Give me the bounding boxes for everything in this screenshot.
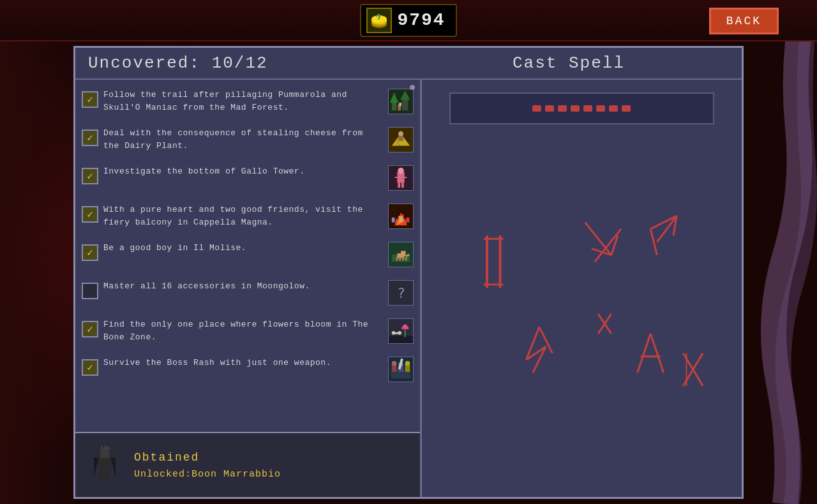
quest-text-8: Survive the Boss Rash with just one weap…	[103, 357, 383, 369]
spell-dot-8	[622, 105, 631, 112]
quest-thumb-6: ?	[388, 280, 414, 306]
quest-checkbox-3[interactable]: ✓	[82, 168, 98, 184]
svg-rect-24	[404, 177, 407, 178]
svg-point-17	[399, 144, 401, 145]
svg-text:?: ?	[397, 286, 405, 301]
svg-rect-30	[406, 218, 409, 223]
svg-rect-23	[394, 177, 398, 178]
quest-thumb-4	[388, 204, 414, 229]
character-sprite	[87, 441, 123, 489]
obtained-panel: Obtained Unlocked:Boon Marrabbio	[75, 432, 420, 497]
svg-rect-34	[401, 251, 406, 256]
quest-item: ✓ Be a good boy in Il Molise.	[75, 238, 420, 276]
spell-bar[interactable]	[449, 93, 714, 124]
quest-text-2: Deal with the consequence of stealing ch…	[103, 127, 383, 152]
rune-symbol-1	[484, 235, 504, 288]
spell-dot-2	[545, 105, 554, 112]
svg-marker-68	[108, 445, 110, 449]
quest-checkbox-4[interactable]: ✓	[82, 206, 98, 223]
svg-point-45	[392, 331, 396, 335]
svg-rect-43	[389, 336, 413, 343]
svg-rect-29	[399, 216, 403, 223]
svg-marker-66	[101, 445, 104, 449]
header: 9794 BACK	[0, 0, 817, 41]
quest-checkbox-5[interactable]: ✓	[82, 244, 98, 261]
quest-checkbox-1[interactable]: ✓	[82, 91, 98, 108]
svg-point-22	[398, 168, 404, 174]
rune-area	[435, 137, 729, 484]
svg-rect-28	[392, 218, 395, 223]
quest-checkbox-2[interactable]: ✓	[82, 130, 98, 146]
quest-text-5: Be a good boy in Il Molise.	[103, 242, 383, 255]
rune-symbol-4	[598, 314, 611, 334]
svg-point-15	[396, 141, 399, 144]
quest-panel: ✓ Follow the trail after pillaging Pumma…	[75, 80, 422, 497]
svg-point-46	[398, 331, 401, 335]
quest-thumb-1	[388, 89, 414, 114]
svg-point-50	[406, 327, 408, 329]
quest-item: ✓ Follow the trail after pillaging Pumma…	[75, 85, 420, 123]
rune-symbols-svg	[435, 137, 729, 484]
svg-marker-67	[105, 444, 107, 449]
coin-display: 9794	[360, 4, 456, 37]
scroll-indicator	[410, 85, 415, 90]
rune-symbol-5	[526, 327, 552, 373]
svg-marker-62	[94, 457, 99, 477]
svg-point-19	[398, 131, 403, 137]
quest-checkbox-8[interactable]: ✓	[82, 359, 98, 376]
spell-dot-7	[609, 105, 618, 112]
quest-item: Master all 16 accessories in Moongolow. …	[75, 276, 420, 315]
svg-rect-7	[392, 101, 397, 110]
spell-dot-1	[532, 105, 541, 112]
obtained-character	[86, 440, 124, 491]
quest-item: ✓ Survive the Boss Rash with just one we…	[75, 353, 420, 391]
panel-body: ✓ Follow the trail after pillaging Pumma…	[75, 80, 742, 497]
bg-decor-left	[0, 0, 77, 504]
quest-thumb-7	[388, 318, 414, 344]
quest-list: ✓ Follow the trail after pillaging Pumma…	[75, 80, 420, 432]
svg-point-58	[405, 361, 410, 366]
svg-rect-60	[99, 457, 110, 471]
svg-marker-63	[110, 457, 116, 477]
panel-header: Uncovered: 10/12 Cast Spell	[75, 48, 742, 80]
quest-item: ✓ Find the only one place where flowers …	[75, 315, 420, 353]
svg-rect-37	[402, 257, 404, 261]
quest-checkbox-6[interactable]	[82, 283, 98, 299]
quest-item: ✓ Investigate the bottom of Gallo Tower.	[75, 161, 420, 200]
cast-spell-title: Cast Spell	[408, 54, 729, 73]
quest-text-3: Investigate the bottom of Gallo Tower.	[103, 165, 383, 178]
rune-symbol-2	[585, 223, 621, 262]
coin-icon	[366, 8, 392, 33]
rune-symbol-3	[650, 216, 677, 255]
svg-rect-36	[399, 257, 401, 261]
svg-rect-25	[398, 183, 400, 188]
quest-thumb-3	[388, 165, 414, 191]
spell-dot-5	[583, 105, 592, 112]
quest-text-7: Find the only one place where flowers bl…	[103, 318, 383, 343]
main-panel: Uncovered: 10/12 Cast Spell ✓ Follow the…	[73, 46, 744, 499]
spell-panel	[422, 80, 742, 497]
quest-thumb-5	[388, 242, 414, 267]
svg-rect-38	[405, 257, 407, 261]
spell-dot-3	[558, 105, 567, 112]
obtained-label: Obtained	[134, 451, 410, 464]
quest-checkbox-7[interactable]: ✓	[82, 321, 98, 337]
svg-line-80	[650, 229, 657, 255]
svg-rect-12	[399, 103, 401, 107]
svg-rect-64	[99, 471, 103, 481]
svg-rect-47	[405, 328, 406, 337]
quest-item: ✓ With a pure heart and two good friends…	[75, 200, 420, 238]
quest-thumb-8	[388, 357, 414, 382]
rune-symbol-6	[638, 334, 664, 373]
spell-dot-6	[596, 105, 605, 112]
unlocked-text: Unlocked:Boon Marrabbio	[134, 469, 410, 480]
back-button[interactable]: BACK	[709, 8, 779, 34]
quest-text-1: Follow the trail after pillaging Pummaro…	[103, 89, 383, 114]
svg-line-88	[650, 334, 663, 373]
svg-rect-61	[100, 449, 109, 458]
svg-point-49	[401, 327, 404, 329]
obtained-info: Obtained Unlocked:Boon Marrabbio	[134, 451, 410, 480]
quest-text-4: With a pure heart and two good friends, …	[103, 204, 383, 228]
svg-point-54	[392, 361, 397, 366]
svg-line-76	[595, 229, 621, 262]
